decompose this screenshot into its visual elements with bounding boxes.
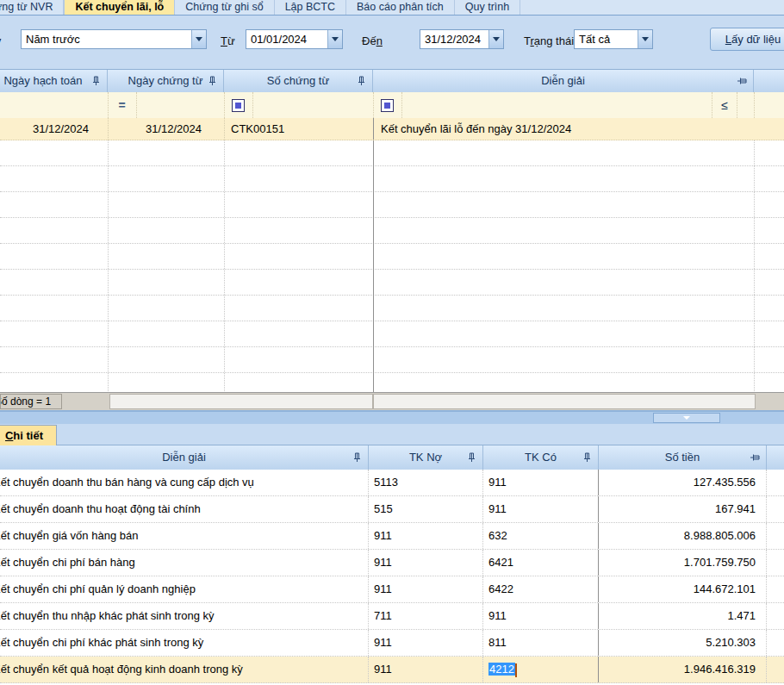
amount-cell[interactable]: 8.988.805.006	[599, 523, 767, 549]
debit-account-cell[interactable]: 911	[369, 657, 483, 682]
master-data-row[interactable]: 31/12/2024 31/12/2024 CTK00151 Kết chuyể…	[0, 118, 784, 140]
empty-grid-row[interactable]	[0, 192, 784, 218]
amount-cell[interactable]: 5.210.303	[599, 630, 767, 656]
detail-description-cell[interactable]: Kết chuyển thu nhập khác phát sinh trong…	[0, 603, 369, 629]
to-date-input[interactable]: 31/12/2024	[420, 29, 504, 49]
empty-grid-row[interactable]	[0, 218, 784, 244]
empty-grid-row[interactable]	[0, 347, 784, 373]
column-header-credit-account[interactable]: TK Có	[483, 445, 599, 470]
detail-row[interactable]: Kết chuyển chi phí bán hàng91164211.701.…	[0, 550, 784, 576]
to-date-dropdown-button[interactable]	[488, 30, 503, 48]
splitter-bar[interactable]	[0, 410, 784, 424]
pin-icon[interactable]	[352, 452, 362, 463]
credit-account-cell[interactable]: 911	[483, 603, 599, 629]
column-divider	[224, 140, 225, 392]
filter-operator-equals[interactable]: =	[108, 92, 137, 118]
column-header-doc-date[interactable]: Ngày chứng từ	[108, 70, 224, 92]
status-panel	[109, 394, 373, 409]
credit-account-cell[interactable]: 911	[483, 470, 599, 495]
column-header-posting-date[interactable]: Ngày hạch toán	[0, 70, 108, 92]
filter-box-icon	[232, 99, 245, 112]
period-select[interactable]: Năm trước	[21, 29, 207, 49]
tab-chứng-từ-nvr[interactable]: Chứng từ NVR	[0, 0, 64, 16]
empty-grid-row[interactable]	[0, 296, 784, 321]
pin-icon[interactable]	[357, 76, 366, 86]
doc-date-cell[interactable]: 31/12/2024	[108, 118, 224, 140]
debit-account-cell[interactable]: 911	[369, 523, 483, 549]
tab-quy-trình[interactable]: Quy trình	[455, 0, 520, 16]
empty-grid-row[interactable]	[0, 140, 784, 166]
text-caret	[515, 663, 517, 677]
column-header-description[interactable]: Diễn giải	[373, 70, 754, 92]
detail-description-cell[interactable]: Kết chuyển kết quả hoạt động kinh doanh …	[0, 657, 369, 682]
pin-icon[interactable]	[208, 76, 217, 86]
collapse-splitter-button[interactable]	[653, 413, 720, 423]
tab-chứng-từ-ghi-sổ[interactable]: Chứng từ ghi sổ	[175, 0, 274, 16]
amount-cell[interactable]: 144.672.101	[599, 576, 767, 602]
credit-account-cell[interactable]: 811	[483, 630, 599, 656]
tab-lập-bctc[interactable]: Lập BCTC	[275, 0, 346, 16]
detail-description-cell[interactable]: Kết chuyển chi phí khác phát sinh trong …	[0, 630, 369, 656]
credit-account-cell[interactable]: 4212	[483, 657, 599, 682]
detail-description-cell[interactable]: Kết chuyển doanh thu hoạt động tài chính	[0, 496, 369, 522]
pin-icon[interactable]	[582, 452, 592, 463]
debit-account-cell[interactable]: 911	[369, 550, 483, 576]
period-dropdown-button[interactable]	[191, 30, 206, 48]
empty-grid-row[interactable]	[0, 321, 784, 347]
filter-box-description[interactable]	[373, 92, 402, 118]
detail-row[interactable]: Kết chuyển doanh thu hoạt động tài chính…	[0, 496, 784, 523]
pin-icon[interactable]	[467, 452, 476, 463]
tab-báo-cáo-phân-tích[interactable]: Báo cáo phân tích	[346, 0, 455, 16]
credit-account-cell[interactable]: 911	[483, 496, 599, 522]
detail-row[interactable]: Kết chuyển kết quả hoạt động kinh doanh …	[0, 657, 784, 683]
tab-chi-tiet[interactable]: Chi tiết	[0, 425, 57, 445]
pin-icon[interactable]	[91, 76, 101, 86]
empty-grid-row[interactable]	[0, 244, 784, 270]
empty-grid-row[interactable]	[0, 373, 784, 392]
amount-cell[interactable]: 127.435.556	[599, 470, 767, 495]
column-header-detail-description[interactable]: Diễn giải	[0, 445, 369, 470]
amount-cell[interactable]: 1.946.416.319	[599, 657, 767, 682]
debit-account-cell[interactable]: 911	[369, 630, 483, 656]
empty-grid-row[interactable]	[0, 166, 784, 192]
from-date-dropdown-button[interactable]	[327, 30, 342, 48]
column-header-doc-no[interactable]: Số chứng từ	[224, 70, 373, 92]
pin-horizontal-icon[interactable]	[737, 76, 747, 86]
credit-account-cell[interactable]: 6421	[483, 550, 599, 576]
column-header-debit-account[interactable]: TK Nợ	[369, 445, 483, 470]
detail-row[interactable]: Kết chuyển chi phí quản lý doanh nghiệp9…	[0, 576, 784, 603]
filter-operator-lte[interactable]: ≤	[712, 92, 737, 118]
description-cell[interactable]: Kết chuyển lãi lỗ đến ngày 31/12/2024	[373, 118, 754, 140]
pin-horizontal-icon[interactable]	[750, 452, 760, 463]
detail-description-cell[interactable]: Kết chuyển chi phí quản lý doanh nghiệp	[0, 576, 369, 602]
detail-description-cell[interactable]: Kết chuyển doanh thu bán hàng và cung cấ…	[0, 470, 369, 495]
get-data-button[interactable]: Lấy dữ liệu	[710, 28, 784, 51]
detail-description-cell[interactable]: Kết chuyển giá vốn hàng bán	[0, 523, 369, 549]
column-header-amount[interactable]: Số tiền	[599, 445, 767, 470]
detail-row[interactable]: Kết chuyển chi phí khác phát sinh trong …	[0, 630, 784, 657]
from-date-input[interactable]: 01/01/2024	[246, 29, 343, 49]
doc-no-cell[interactable]: CTK00151	[224, 118, 373, 140]
posting-date-cell[interactable]: 31/12/2024	[0, 118, 108, 140]
amount-cell[interactable]: 1.471	[599, 603, 767, 629]
credit-account-cell[interactable]: 6422	[483, 576, 599, 602]
status-select[interactable]: Tất cả	[574, 29, 653, 49]
debit-account-cell[interactable]: 711	[369, 603, 483, 629]
detail-row[interactable]: Kết chuyển thu nhập khác phát sinh trong…	[0, 603, 784, 630]
detail-description-cell[interactable]: Kết chuyển chi phí bán hàng	[0, 550, 369, 576]
filter-box-doc-no[interactable]	[224, 92, 253, 118]
empty-grid-row[interactable]	[0, 270, 784, 296]
amount-cell[interactable]: 167.941	[599, 496, 767, 522]
credit-account-edit-selection[interactable]: 4212	[488, 663, 515, 676]
debit-account-cell[interactable]: 911	[369, 576, 483, 602]
detail-row[interactable]: Kết chuyển giá vốn hàng bán9116328.988.8…	[0, 523, 784, 550]
detail-row[interactable]: Kết chuyển doanh thu bán hàng và cung cấ…	[0, 470, 784, 496]
status-dropdown-button[interactable]	[638, 30, 652, 48]
master-filter-row[interactable]: = ≤	[0, 92, 784, 118]
tab-kết-chuyển-lãi-lỗ[interactable]: Kết chuyển lãi, lỗ	[64, 0, 175, 16]
debit-account-cell[interactable]: 5113	[369, 470, 483, 495]
debit-account-cell[interactable]: 515	[369, 496, 483, 522]
credit-account-cell[interactable]: 632	[483, 523, 599, 549]
amount-cell[interactable]: 1.701.759.750	[599, 550, 767, 576]
chevron-down-icon	[196, 37, 202, 41]
